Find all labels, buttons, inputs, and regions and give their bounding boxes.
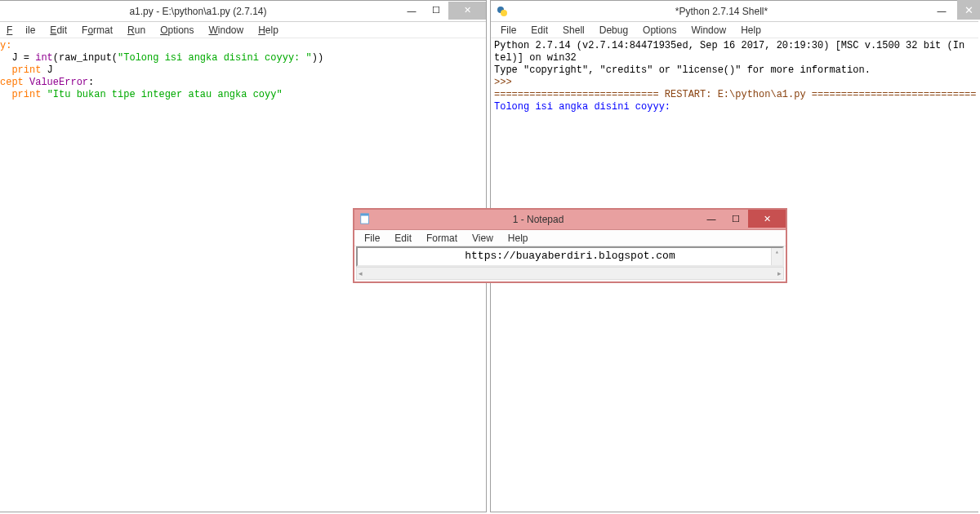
svg-rect-3: [361, 214, 369, 216]
shell-menubar: File Edit Shell Debug Options Window Hel…: [491, 22, 978, 38]
notepad-horizontal-scrollbar[interactable]: ◂▸: [356, 267, 784, 280]
editor-menubar: File Edit Format Run Options Window Help: [0, 22, 486, 38]
shell-title: *Python 2.7.14 Shell*: [514, 6, 929, 17]
shell-menu-help[interactable]: Help: [734, 24, 768, 36]
notepad-menu-view[interactable]: View: [466, 233, 500, 244]
shell-menu-file[interactable]: File: [494, 24, 523, 36]
notepad-content: https://buayaberdiri.blogspot.com: [465, 250, 675, 262]
notepad-vertical-scrollbar[interactable]: ▴: [771, 248, 782, 265]
notepad-icon: [359, 213, 372, 226]
editor-menu-help[interactable]: Help: [252, 24, 285, 36]
editor-titlebar[interactable]: a1.py - E:\python\a1.py (2.7.14) — ☐ ✕: [0, 1, 486, 22]
editor-menu-run[interactable]: Run: [121, 24, 152, 36]
notepad-window: 1 - Notepad — ☐ ✕ File Edit Format View …: [353, 208, 787, 283]
editor-close-button[interactable]: ✕: [448, 2, 486, 20]
notepad-titlebar[interactable]: 1 - Notepad — ☐ ✕: [354, 210, 786, 230]
shell-menu-window[interactable]: Window: [684, 24, 733, 36]
shell-menu-shell[interactable]: Shell: [556, 24, 591, 36]
notepad-title: 1 - Notepad: [377, 214, 699, 225]
editor-menu-window[interactable]: Window: [203, 24, 251, 36]
shell-menu-debug[interactable]: Debug: [593, 24, 635, 36]
shell-menu-options[interactable]: Options: [636, 24, 683, 36]
notepad-menu-help[interactable]: Help: [501, 233, 535, 244]
editor-minimize-button[interactable]: —: [399, 2, 424, 20]
notepad-text-area[interactable]: https://buayaberdiri.blogspot.com ▴: [356, 246, 784, 267]
editor-menu-edit[interactable]: Edit: [43, 24, 74, 36]
notepad-minimize-button[interactable]: —: [699, 210, 724, 228]
outer-close-button[interactable]: ✕: [957, 0, 980, 20]
notepad-menu-edit[interactable]: Edit: [388, 233, 418, 244]
editor-maximize-button[interactable]: ☐: [424, 2, 448, 20]
notepad-maximize-button[interactable]: ☐: [724, 210, 748, 228]
editor-menu-options[interactable]: Options: [154, 24, 200, 36]
editor-menu-file[interactable]: File: [0, 24, 42, 36]
editor-menu-format[interactable]: Format: [75, 24, 119, 36]
svg-point-1: [501, 10, 507, 16]
notepad-close-button[interactable]: ✕: [748, 210, 786, 228]
python-icon: [496, 5, 509, 18]
shell-menu-edit[interactable]: Edit: [524, 24, 555, 36]
shell-minimize-button[interactable]: —: [929, 2, 954, 20]
notepad-menubar: File Edit Format View Help: [354, 230, 786, 246]
shell-titlebar[interactable]: *Python 2.7.14 Shell* — ☐: [491, 1, 978, 22]
editor-title: a1.py - E:\python\a1.py (2.7.14): [0, 6, 399, 17]
notepad-menu-format[interactable]: Format: [420, 233, 464, 244]
notepad-menu-file[interactable]: File: [358, 233, 386, 244]
